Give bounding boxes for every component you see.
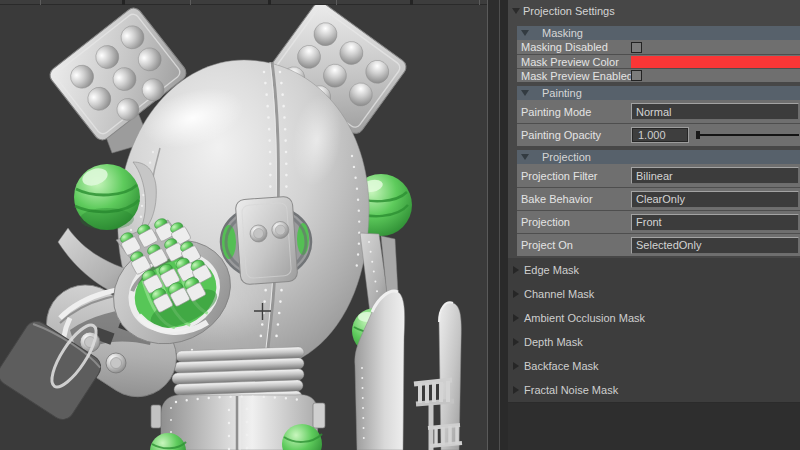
collapse-triangle-icon [521, 30, 529, 36]
dropdown-bake-behavior[interactable]: ClearOnly [631, 191, 799, 208]
section-fractal-noise-mask[interactable]: Fractal Noise Mask [508, 378, 800, 402]
section-label: Ambient Occlusion Mask [524, 312, 645, 324]
row-label: Project On [517, 239, 631, 251]
row-projection-filter: Projection Filter Bilinear [517, 164, 800, 187]
panel-splitter[interactable] [488, 0, 508, 450]
checkbox-mask-preview-enabled[interactable] [631, 70, 642, 81]
row-label: Painting Mode [517, 106, 631, 118]
section-label: Edge Mask [524, 264, 579, 276]
group-label: Masking [542, 27, 583, 39]
section-backface-mask[interactable]: Backface Mask [508, 354, 800, 378]
projection-settings-panel: Projection Settings Masking Masking Disa… [508, 0, 800, 450]
section-depth-mask[interactable]: Depth Mask [508, 330, 800, 354]
dropdown-painting-mode[interactable]: Normal [631, 103, 799, 120]
section-edge-mask[interactable]: Edge Mask [508, 258, 800, 282]
panel-title: Projection Settings [523, 5, 615, 17]
head-back-plate [235, 196, 298, 285]
row-mask-preview-color: Mask Preview Color [517, 54, 800, 68]
row-label: Mask Preview Enabled [517, 70, 631, 82]
3d-viewport[interactable] [0, 0, 488, 450]
section-ambient-occlusion-mask[interactable]: Ambient Occlusion Mask [508, 306, 800, 330]
robot-right-arm [352, 233, 462, 450]
section-label: Channel Mask [524, 288, 594, 300]
panel-footer [508, 403, 800, 450]
settings-groups: Masking Masking Disabled Mask Preview Co… [508, 22, 800, 256]
group-label: Painting [542, 87, 582, 99]
checkbox-masking-disabled[interactable] [631, 42, 642, 53]
app-window: Projection Settings Masking Masking Disa… [0, 0, 800, 450]
row-label: Painting Opacity [517, 129, 631, 141]
row-projection: Projection Front [517, 210, 800, 233]
section-label: Fractal Noise Mask [524, 384, 618, 396]
collapse-triangle-icon [521, 90, 529, 96]
row-painting-mode: Painting Mode Normal [517, 100, 800, 123]
expand-triangle-icon [513, 314, 519, 322]
row-masking-disabled: Masking Disabled [517, 40, 800, 54]
collapsed-sections: Edge Mask Channel Mask Ambient Occlusion… [508, 258, 800, 403]
expand-triangle-icon [513, 362, 519, 370]
expand-triangle-icon [513, 290, 519, 298]
input-painting-opacity[interactable]: 1.000 [631, 127, 689, 143]
row-painting-opacity: Painting Opacity 1.000 [517, 123, 800, 146]
group-header-masking[interactable]: Masking [517, 26, 800, 40]
collapse-triangle-icon [521, 154, 529, 160]
group-header-projection[interactable]: Projection [517, 150, 800, 164]
row-label: Mask Preview Color [517, 56, 631, 68]
robot-model [0, 0, 488, 450]
collapse-triangle-icon [512, 8, 520, 14]
expand-triangle-icon [513, 386, 519, 394]
robot-torso [150, 395, 325, 450]
toolbar-edge-strip [0, 0, 487, 5]
group-label: Projection [542, 151, 591, 163]
expand-triangle-icon [513, 338, 519, 346]
group-header-painting[interactable]: Painting [517, 86, 800, 100]
row-bake-behavior: Bake Behavior ClearOnly [517, 187, 800, 210]
expand-triangle-icon [513, 266, 519, 274]
section-label: Backface Mask [524, 360, 599, 372]
row-label: Projection [517, 216, 631, 228]
panel-title-bar[interactable]: Projection Settings [508, 0, 800, 22]
row-project-on: Project On SelectedOnly [517, 233, 800, 256]
dropdown-project-on[interactable]: SelectedOnly [631, 237, 799, 254]
dropdown-projection[interactable]: Front [631, 214, 799, 231]
row-label: Bake Behavior [517, 193, 631, 205]
row-label: Masking Disabled [517, 41, 631, 53]
color-swatch-mask-preview[interactable] [631, 56, 800, 68]
row-mask-preview-enabled: Mask Preview Enabled [517, 68, 800, 82]
slider-painting-opacity[interactable] [696, 127, 799, 143]
dropdown-projection-filter[interactable]: Bilinear [631, 167, 799, 184]
row-label: Projection Filter [517, 170, 631, 182]
section-label: Depth Mask [524, 336, 583, 348]
section-channel-mask[interactable]: Channel Mask [508, 282, 800, 306]
